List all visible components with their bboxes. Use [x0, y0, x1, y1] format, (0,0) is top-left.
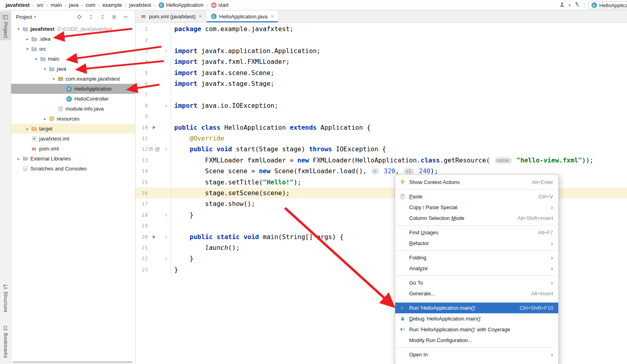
package-icon [57, 76, 64, 82]
tree-item-pom-xml[interactable]: mpom.xml [11, 144, 135, 154]
menu-item-generate[interactable]: Generate...Alt+Insert [395, 288, 558, 299]
menu-item-column-selection-mode[interactable]: Column Selection ModeAlt+Shift+Insert [395, 213, 558, 224]
code-line-5[interactable]: 5import javafx.scene.Scene; [135, 67, 627, 78]
breadcrumb-item-main[interactable]: main [51, 2, 62, 8]
resources-icon [48, 116, 55, 122]
code-line-11[interactable]: 11 @Override [135, 133, 627, 144]
tree-item-hellocontroller[interactable]: CHelloController [11, 94, 135, 104]
tree-chevron-icon[interactable]: ▾ [25, 47, 30, 51]
collapse-all-icon [99, 14, 105, 20]
run-configuration-select[interactable]: C HelloApplication [588, 1, 627, 9]
editor-gutter: 16 [135, 188, 171, 198]
settings-button[interactable] [111, 14, 117, 20]
menu-item-refactor[interactable]: Refactor› [395, 238, 558, 249]
run-gutter-icon[interactable] [151, 233, 157, 240]
tree-item-src[interactable]: ▾src [11, 44, 135, 54]
tree-chevron-icon[interactable]: ▾ [34, 57, 39, 61]
menu-item-paste[interactable]: PasteCtrl+V [395, 191, 558, 202]
fold-marker-icon[interactable]: ∨ [160, 235, 170, 239]
bulb-icon [399, 179, 406, 186]
menu-item-find-usages[interactable]: Find UsagesAlt+F7 [395, 227, 558, 238]
code-line-2[interactable]: 2 [135, 34, 627, 45]
breadcrumb-item-src[interactable]: src [37, 2, 44, 8]
tab-close-icon[interactable]: × [271, 13, 274, 20]
fold-marker-icon[interactable]: ∧ [160, 213, 170, 217]
tree-chevron-icon[interactable]: ▸ [25, 37, 30, 41]
menu-item-label: Copy / Paste Special [409, 204, 541, 210]
tree-item-target[interactable]: ▸target [11, 124, 135, 134]
menu-item-go-to[interactable]: Go To› [395, 277, 558, 288]
fold-marker-icon[interactable]: ∨ [160, 147, 170, 151]
menu-item-show-context-actions[interactable]: Show Context ActionsAlt+Enter [395, 177, 558, 188]
code-line-9[interactable]: 9 [135, 111, 627, 122]
build-button[interactable] [574, 2, 581, 9]
expand-all-button[interactable] [88, 14, 94, 20]
tool-stripe-project[interactable]: Project [0, 12, 11, 40]
editor-tab-pom-xml-javafxtest[interactable]: mpom.xml (javafxtest)× [136, 10, 207, 22]
menu-item-analyze[interactable]: Analyze› [395, 263, 558, 274]
menu-item-open-in[interactable]: Open In› [395, 349, 558, 360]
project-view-select[interactable]: Project ▾ [16, 14, 36, 20]
fold-marker-icon[interactable]: ∧ [160, 103, 170, 108]
code-line-13[interactable]: 13 FXMLLoader fxmlLoader = new FXMLLoade… [135, 155, 627, 166]
code-line-7[interactable]: 7 [135, 89, 627, 100]
tree-item-javafxtest[interactable]: ▾javafxtestD:\CODE_java\javafxtest [11, 24, 135, 34]
tree-chevron-icon[interactable]: ▾ [42, 67, 48, 71]
tree-chevron-icon[interactable]: ▸ [42, 117, 48, 121]
code-line-4[interactable]: 4import javafx.fxml.FXMLLoader; [135, 56, 627, 67]
tree-chevron-icon[interactable]: ▾ [16, 27, 21, 31]
breadcrumb-item-javafxtest[interactable]: javafxtest [6, 2, 30, 8]
tool-stripe-bookmarks[interactable]: Bookmarks [0, 322, 11, 361]
class-icon: C [66, 96, 72, 102]
tree-chevron-icon[interactable]: ▸ [25, 127, 30, 131]
tree-item-helloapplication[interactable]: CHelloApplication [11, 84, 135, 94]
menu-item-run-helloapplication-main-with-coverage[interactable]: Run 'HelloApplication.main()' with Cover… [395, 324, 558, 335]
run-gutter-icon[interactable] [151, 124, 157, 131]
code-line-10[interactable]: 10public class HelloApplication extends … [135, 122, 627, 133]
tree-item-module-info-java[interactable]: module-info.java [11, 104, 135, 114]
menu-item-copy-paste-special[interactable]: Copy / Paste Special› [395, 202, 558, 213]
editor-tab-helloapplication-java[interactable]: CHelloApplication.java× [207, 10, 279, 22]
iml-icon [31, 136, 37, 142]
fold-marker-icon[interactable]: ∧ [160, 256, 170, 261]
overriding-method-icon[interactable] [147, 146, 154, 152]
menu-item-folding[interactable]: Folding› [395, 252, 558, 263]
code-line-1[interactable]: 1package com.example.javafxtest; [135, 24, 627, 34]
tab-close-icon[interactable]: × [199, 13, 202, 20]
breadcrumb-item-helloapplication[interactable]: CHelloApplication [158, 2, 203, 8]
breadcrumb-item-start[interactable]: mstart [211, 2, 229, 8]
menu-item-modify-run-configuration[interactable]: Modify Run Configuration... [395, 335, 558, 346]
code-line-3[interactable]: 3∨import javafx.application.Application; [135, 46, 627, 56]
horizontal-scrollbar[interactable] [13, 361, 133, 363]
breadcrumb-item-javafxtest[interactable]: javafxtest [129, 2, 151, 8]
class-icon: C [591, 2, 597, 8]
locate-button[interactable] [76, 14, 82, 20]
code-line-6[interactable]: 6import javafx.stage.Stage; [135, 78, 627, 89]
menu-item-debug-helloapplication-main[interactable]: Debug 'HelloApplication.main()' [395, 313, 558, 324]
fold-marker-icon[interactable]: ∨ [160, 49, 170, 53]
tree-item-scratches-and-consoles[interactable]: Scratches and Consoles [11, 164, 135, 174]
submenu-arrow-icon: › [551, 204, 553, 211]
hide-button[interactable] [122, 14, 129, 20]
line-number: 2 [135, 37, 148, 43]
tree-chevron-icon[interactable]: ▾ [51, 77, 56, 81]
chevron-down-icon[interactable]: ▾ [569, 3, 571, 7]
breadcrumb-item-com[interactable]: com [86, 2, 96, 8]
user-icon [559, 2, 565, 8]
tree-item-java[interactable]: ▾java [11, 64, 135, 74]
tree-chevron-icon[interactable]: ▸ [16, 156, 21, 161]
menu-item-run-helloapplication-main[interactable]: Run 'HelloApplication.main()'Ctrl+Shift+… [395, 303, 558, 313]
code-line-8[interactable]: 8∧import java.io.IOException; [135, 100, 627, 111]
code-line-12[interactable]: 12@∨ public void start(Stage stage) thro… [135, 144, 627, 154]
tree-item-external-libraries[interactable]: ▸External Libraries [11, 154, 135, 164]
tool-stripe-structure[interactable]: Structure [0, 281, 11, 315]
user-button[interactable] [559, 2, 565, 9]
collapse-all-button[interactable] [99, 14, 105, 20]
breadcrumb-item-example[interactable]: example [102, 2, 122, 8]
tree-item-javafxtest-iml[interactable]: javafxtest.iml [11, 134, 135, 144]
tree-item-main[interactable]: ▾main [11, 54, 135, 64]
breadcrumb-item-java[interactable]: java [69, 2, 79, 8]
tree-item-com-example-javafxtest[interactable]: ▾com.example.javafxtest [11, 74, 135, 84]
tree-item-resources[interactable]: ▸resources [11, 114, 135, 124]
tree-item-idea[interactable]: ▸.idea [11, 34, 135, 44]
